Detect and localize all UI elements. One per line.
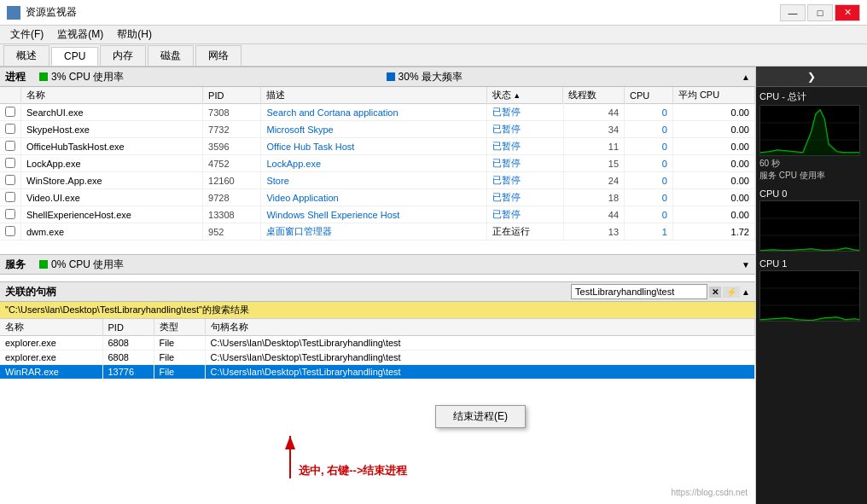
menu-monitor[interactable]: 监视器(M): [50, 26, 110, 43]
cpu-dot: [39, 72, 48, 81]
handles-chevron[interactable]: ▲: [742, 287, 750, 297]
cpu-usage-indicator: 3% CPU 使用率: [36, 70, 124, 84]
process-checkbox-cell[interactable]: [0, 189, 21, 206]
status-th-content: 状态▲: [492, 89, 521, 101]
process-row[interactable]: SearchUI.exe 7308 Search and Cortana app…: [0, 104, 755, 121]
process-col-cpu[interactable]: CPU: [625, 87, 673, 104]
process-col-name[interactable]: 名称: [21, 87, 203, 104]
process-threads-cell: 24: [563, 172, 624, 189]
process-section-header[interactable]: 进程 3% CPU 使用率 30% 最大频率 ▲: [0, 67, 755, 87]
process-row[interactable]: Video.UI.exe 9728 Video Application 已暂停 …: [0, 189, 755, 206]
process-col-avg-cpu[interactable]: 平均 CPU: [672, 87, 754, 104]
services-cpu-pct: 0% CPU 使用率: [51, 258, 124, 272]
process-row[interactable]: dwm.exe 952 桌面窗口管理器 正在运行 13 1 1.72: [0, 223, 755, 240]
services-cpu-indicator: 0% CPU 使用率: [36, 258, 124, 272]
search-result-bar: "C:\Users\lan\Desktop\TestLibraryhandlin…: [0, 302, 755, 319]
process-desc-cell: Microsoft Skype: [261, 121, 487, 138]
process-desc-cell: Store: [261, 172, 487, 189]
cpu0-graph-section: CPU 0: [756, 185, 867, 255]
process-cpu-cell: 1: [625, 223, 673, 240]
handles-col-handle[interactable]: 句柄名称: [205, 319, 755, 336]
process-pid-cell: 9728: [203, 189, 261, 206]
cpu0-canvas: [759, 200, 860, 252]
handles-label: 关联的句柄: [5, 285, 56, 299]
menu-help[interactable]: 帮助(H): [110, 26, 159, 43]
handles-row[interactable]: explorer.exe 6808 File C:\Users\lan\Desk…: [0, 350, 755, 365]
process-pid-cell: 7732: [203, 121, 261, 138]
tab-memory[interactable]: 内存: [100, 45, 146, 66]
process-checkbox-cell[interactable]: [0, 121, 21, 138]
handles-table-container[interactable]: 名称 PID 类型 句柄名称 explorer.exe 6808 File C:…: [0, 319, 755, 504]
process-checkbox-cell[interactable]: [0, 155, 21, 172]
process-status-cell: 已暂停: [487, 189, 563, 206]
process-tbody: SearchUI.exe 7308 Search and Cortana app…: [0, 104, 755, 240]
process-row[interactable]: OfficeHubTaskHost.exe 3596 Office Hub Ta…: [0, 138, 755, 155]
process-checkbox-cell[interactable]: [0, 172, 21, 189]
handles-row[interactable]: explorer.exe 6808 File C:\Users\lan\Desk…: [0, 336, 755, 350]
cpu-total-sublabel2: 服务 CPU 使用率: [759, 170, 864, 182]
cpu-total-graph-section: CPU - 总计 60 秒 服务 CPU 使用率: [756, 87, 867, 185]
process-name-cell: WinStore.App.exe: [21, 172, 203, 189]
process-row[interactable]: SkypeHost.exe 7732 Microsoft Skype 已暂停 3…: [0, 121, 755, 138]
process-row[interactable]: LockApp.exe 4752 LockApp.exe 已暂停 15 0 0.…: [0, 155, 755, 172]
process-name-cell: Video.UI.exe: [21, 189, 203, 206]
process-desc-cell: Office Hub Task Host: [261, 138, 487, 155]
process-status-cell: 已暂停: [487, 121, 563, 138]
handle-path-cell: C:\Users\lan\Desktop\TestLibraryhandling…: [205, 350, 755, 365]
process-section: 进程 3% CPU 使用率 30% 最大频率 ▲ 名称: [0, 67, 755, 254]
process-avg-cpu-cell: 0.00: [672, 138, 754, 155]
maximize-button[interactable]: □: [807, 4, 833, 21]
tab-network[interactable]: 网络: [195, 45, 241, 66]
process-checkbox-cell[interactable]: [0, 138, 21, 155]
process-row[interactable]: WinStore.App.exe 12160 Store 已暂停 24 0 0.…: [0, 172, 755, 189]
process-checkbox-cell[interactable]: [0, 223, 21, 240]
handles-search-input[interactable]: [571, 284, 707, 299]
cpu-total-canvas: [759, 105, 860, 156]
process-table-container[interactable]: 名称 PID 描述 状态▲ 线程数 CPU 平均 CPU SearchUI.ex…: [0, 87, 755, 254]
process-col-status[interactable]: 状态▲: [487, 87, 563, 103]
process-name-cell: OfficeHubTaskHost.exe: [21, 138, 203, 155]
handle-pid-cell: 6808: [102, 336, 154, 350]
search-clear-button[interactable]: ✕: [709, 287, 721, 298]
status-sort-icon: ▲: [513, 91, 521, 100]
process-avg-cpu-cell: 0.00: [672, 104, 754, 121]
process-col-desc[interactable]: 描述: [261, 87, 487, 104]
process-checkbox-cell[interactable]: [0, 206, 21, 223]
process-col-checkbox[interactable]: [0, 87, 21, 104]
handles-col-type[interactable]: 类型: [154, 319, 205, 336]
process-row[interactable]: ShellExperienceHost.exe 13308 Windows Sh…: [0, 206, 755, 223]
services-chevron[interactable]: ▼: [742, 260, 750, 269]
handles-row[interactable]: WinRAR.exe 13776 File C:\Users\lan\Deskt…: [0, 365, 755, 379]
expand-icon: ❯: [807, 71, 816, 83]
handles-col-name[interactable]: 名称: [0, 319, 102, 336]
handle-path-cell: C:\Users\lan\Desktop\TestLibraryhandling…: [205, 365, 755, 379]
process-col-pid[interactable]: PID: [203, 87, 261, 104]
context-menu-end-process[interactable]: 结束进程(E): [436, 406, 525, 427]
handles-header-row: 名称 PID 类型 句柄名称: [0, 319, 755, 336]
handle-type-cell: File: [154, 365, 205, 379]
process-status-cell: 已暂停: [487, 172, 563, 189]
search-refresh-button[interactable]: ⚡: [723, 287, 740, 298]
close-button[interactable]: ✕: [835, 4, 860, 21]
tab-disk[interactable]: 磁盘: [148, 45, 194, 66]
minimize-button[interactable]: —: [780, 4, 806, 21]
process-chevron-up[interactable]: ▲: [742, 72, 750, 82]
process-col-threads[interactable]: 线程数: [563, 87, 624, 104]
tab-overview[interactable]: 概述: [3, 45, 49, 66]
menu-file[interactable]: 文件(F): [3, 26, 50, 43]
process-checkbox-cell[interactable]: [0, 104, 21, 121]
right-panel-expand[interactable]: ❯: [756, 67, 867, 87]
handles-col-pid[interactable]: PID: [102, 319, 154, 336]
process-label: 进程: [5, 70, 26, 84]
context-menu: 结束进程(E): [435, 405, 526, 428]
handle-type-cell: File: [154, 350, 205, 365]
handles-search-area: ✕ ⚡ ▲: [571, 284, 750, 299]
process-cpu-cell: 0: [625, 104, 673, 121]
max-freq-indicator: 30% 最大频率: [383, 70, 463, 84]
handles-table: 名称 PID 类型 句柄名称 explorer.exe 6808 File C:…: [0, 319, 755, 379]
process-threads-cell: 11: [563, 138, 624, 155]
process-name-cell: LockApp.exe: [21, 155, 203, 172]
services-section-header[interactable]: 服务 0% CPU 使用率 ▼: [0, 254, 755, 275]
cpu1-canvas: [759, 270, 860, 322]
tab-cpu[interactable]: CPU: [51, 47, 98, 66]
